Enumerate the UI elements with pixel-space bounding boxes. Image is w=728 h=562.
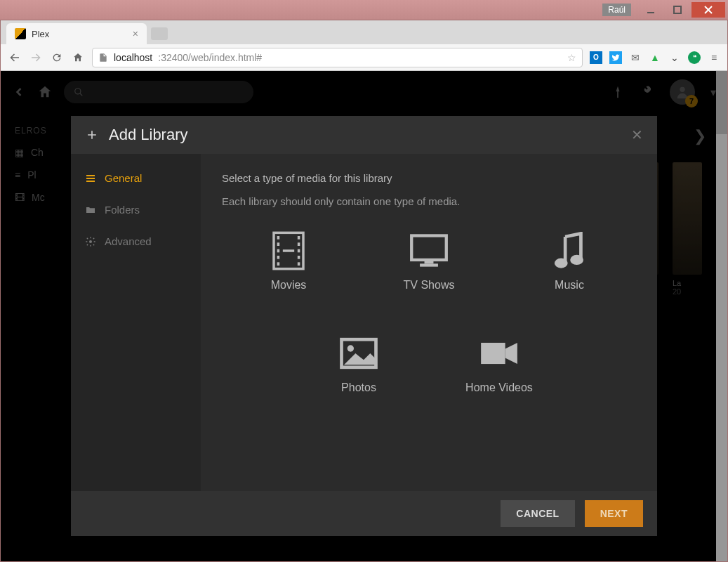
hangouts-icon[interactable]: ❝ (688, 51, 701, 64)
titlebar: Raúl (0, 0, 728, 20)
maximize-icon (673, 6, 682, 14)
svg-rect-17 (411, 235, 446, 259)
list-icon (85, 173, 96, 184)
type-tvshows[interactable]: TV Shows (387, 231, 471, 292)
window-close-button[interactable] (691, 2, 725, 18)
tab-title: Plex (32, 29, 49, 39)
svg-rect-1 (674, 6, 681, 13)
home-icon (72, 52, 84, 63)
minimize-icon (647, 6, 655, 14)
svg-point-24 (348, 345, 354, 351)
type-photos[interactable]: Photos (317, 334, 401, 394)
svg-rect-19 (420, 263, 438, 266)
movies-icon (269, 231, 308, 270)
step-label: Folders (105, 204, 140, 216)
mail-icon[interactable]: ✉ (629, 51, 642, 64)
os-user-badge[interactable]: Raúl (602, 4, 631, 16)
type-label: Photos (341, 381, 376, 394)
svg-rect-14 (298, 256, 300, 259)
extension-tray: O ✉ ▲ ⌄ ❝ ≡ (590, 51, 720, 64)
step-label: General (105, 172, 142, 184)
svg-rect-8 (277, 249, 280, 253)
type-homevideos[interactable]: Home Videos (457, 334, 541, 394)
modal-footer: CANCEL NEXT (71, 491, 657, 536)
reload-icon (51, 52, 62, 63)
chrome-menu-button[interactable]: ≡ (708, 51, 720, 64)
address-bar[interactable]: localhost:32400/web/index.html# ☆ (92, 48, 583, 67)
svg-point-4 (89, 240, 92, 243)
step-label: Advanced (105, 235, 152, 247)
window-minimize-button[interactable] (638, 2, 663, 18)
modal-close-button[interactable]: ✕ (631, 126, 643, 143)
url-host: localhost (114, 52, 152, 63)
browser-tabstrip: Plex × (1, 20, 727, 44)
svg-rect-12 (298, 242, 300, 246)
wizard-steps: General Folders Advanced (71, 154, 201, 491)
twitter-icon[interactable] (609, 51, 622, 64)
svg-rect-25 (481, 343, 505, 364)
plex-favicon-icon (15, 28, 26, 39)
modal-lead-text: Select a type of media for this library (222, 172, 636, 184)
svg-rect-15 (298, 262, 300, 266)
type-label: Music (555, 279, 584, 292)
modal-header: Add Library ✕ (71, 116, 657, 154)
svg-rect-7 (277, 242, 280, 246)
step-general[interactable]: General (71, 162, 201, 194)
bookmark-star-button[interactable]: ☆ (567, 52, 576, 63)
svg-rect-10 (277, 262, 280, 266)
gear-icon (85, 236, 96, 247)
plus-icon (85, 128, 99, 142)
arrow-right-icon (29, 51, 42, 64)
cancel-button[interactable]: CANCEL (501, 500, 574, 527)
svg-rect-11 (298, 236, 300, 240)
video-camera-icon (479, 334, 519, 373)
next-button[interactable]: NEXT (585, 500, 643, 527)
close-icon (704, 6, 713, 14)
forward-button[interactable] (29, 51, 43, 64)
back-button[interactable] (8, 51, 22, 64)
page-icon (98, 53, 108, 63)
music-icon (550, 231, 589, 270)
pocket-icon[interactable]: ⌄ (668, 51, 681, 64)
tv-icon (409, 231, 449, 270)
step-folders[interactable]: Folders (71, 194, 201, 226)
modal-sub-text: Each library should only contain one typ… (222, 195, 636, 207)
modal-content: Select a type of media for this library … (201, 154, 657, 491)
type-movies[interactable]: Movies (246, 231, 331, 292)
type-label: TV Shows (404, 279, 455, 292)
tab-close-button[interactable]: × (133, 28, 138, 39)
new-tab-button[interactable] (151, 27, 168, 40)
svg-rect-0 (647, 12, 654, 13)
type-music[interactable]: Music (527, 231, 611, 292)
modal-overlay: Add Library ✕ General Folders (1, 71, 727, 561)
type-label: Movies (271, 279, 307, 292)
type-label: Home Videos (465, 381, 533, 394)
svg-rect-13 (298, 249, 300, 253)
url-path: :32400/web/index.html# (158, 52, 262, 63)
browser-tab[interactable]: Plex × (6, 23, 147, 44)
arrow-left-icon (8, 51, 21, 64)
folder-icon (85, 204, 96, 216)
reload-button[interactable] (50, 52, 64, 63)
add-library-modal: Add Library ✕ General Folders (71, 116, 657, 536)
step-advanced[interactable]: Advanced (71, 226, 201, 257)
svg-rect-6 (277, 236, 280, 240)
modal-title: Add Library (109, 126, 188, 144)
feedly-icon[interactable]: ▲ (649, 51, 661, 64)
window-maximize-button[interactable] (665, 2, 690, 18)
svg-rect-9 (277, 256, 280, 259)
plex-app: 7 ▾ ELROS ▦Ch ≡Pl 🎞Mc ❯ (1, 71, 727, 561)
svg-rect-18 (425, 260, 434, 263)
browser-toolbar: localhost:32400/web/index.html# ☆ O ✉ ▲ … (1, 44, 727, 71)
outlook-icon[interactable]: O (590, 51, 602, 64)
svg-point-21 (570, 255, 583, 265)
home-button[interactable] (71, 52, 85, 63)
photos-icon (339, 334, 378, 373)
